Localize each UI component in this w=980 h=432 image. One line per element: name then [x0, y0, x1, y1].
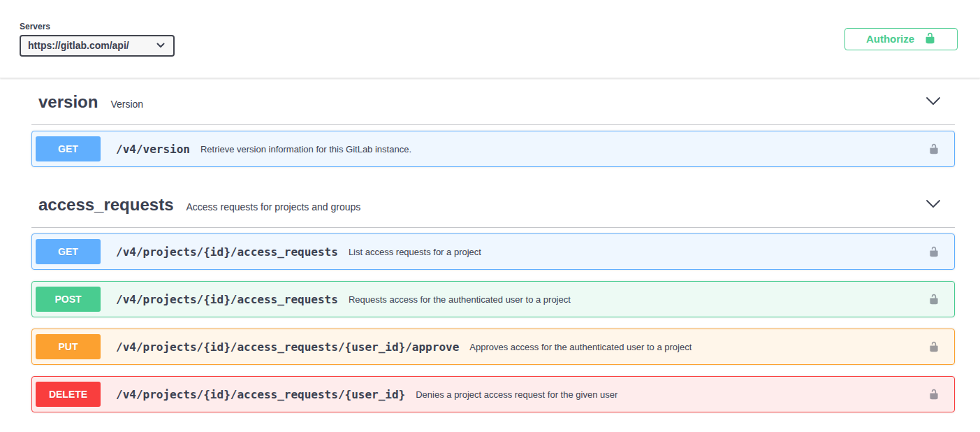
authorize-label: Authorize [866, 33, 914, 45]
chevron-down-icon[interactable] [926, 96, 941, 108]
method-badge: DELETE [36, 382, 101, 407]
tag-titles: access_requests Access requests for proj… [38, 195, 360, 215]
unlock-icon[interactable] [928, 340, 939, 353]
unlock-icon[interactable] [928, 388, 939, 401]
operation-path: /v4/version [116, 143, 190, 156]
operation-summary: Requests access for the authenticated us… [349, 294, 571, 305]
tag-titles: version Version [38, 92, 143, 112]
servers-selected-value: https://gitlab.com/api/ [28, 40, 129, 51]
operation-row[interactable]: PUT /v4/projects/{id}/access_requests/{u… [31, 329, 955, 365]
operation-summary: Denies a project access request for the … [416, 389, 617, 400]
operation-path: /v4/projects/{id}/access_requests/{user_… [116, 340, 459, 354]
operation-path: /v4/projects/{id}/access_requests [116, 293, 338, 306]
authorize-button[interactable]: Authorize [844, 28, 958, 50]
tag-description: Version [110, 99, 143, 110]
operation-summary: Retrieve version information for this Gi… [200, 144, 411, 154]
operation-summary: Approves access for the authenticated us… [469, 342, 692, 352]
method-badge: GET [36, 136, 101, 161]
method-badge: POST [36, 287, 101, 312]
unlock-icon [924, 32, 936, 46]
api-operations-list: version Version GET /v4/version Retrieve… [0, 78, 980, 412]
tag-name: access_requests [38, 195, 173, 215]
operation-summary: List access requests for a project [349, 247, 481, 257]
tag-description: Access requests for projects and groups [186, 201, 360, 213]
tag-name: version [38, 92, 98, 112]
chevron-down-icon[interactable] [926, 199, 941, 211]
scheme-container: Servers https://gitlab.com/api/ Authoriz… [0, 0, 980, 78]
chevron-down-icon [156, 43, 165, 48]
tag-header-access-requests[interactable]: access_requests Access requests for proj… [31, 178, 955, 228]
operation-row[interactable]: GET /v4/version Retrieve version informa… [31, 131, 955, 167]
operation-path: /v4/projects/{id}/access_requests [116, 245, 338, 259]
operation-row[interactable]: POST /v4/projects/{id}/access_requests R… [31, 281, 955, 317]
operation-row[interactable]: DELETE /v4/projects/{id}/access_requests… [31, 376, 955, 412]
servers-select[interactable]: https://gitlab.com/api/ [20, 35, 175, 57]
unlock-icon[interactable] [928, 293, 939, 305]
servers-label: Servers [20, 22, 175, 31]
operation-path: /v4/projects/{id}/access_requests/{user_… [116, 388, 405, 401]
tag-header-version[interactable]: version Version [31, 92, 955, 125]
unlock-icon[interactable] [928, 245, 939, 258]
operation-row[interactable]: GET /v4/projects/{id}/access_requests Li… [31, 233, 955, 270]
method-badge: GET [36, 239, 101, 264]
method-badge: PUT [36, 334, 101, 359]
unlock-icon[interactable] [928, 143, 939, 155]
servers-block: Servers https://gitlab.com/api/ [20, 22, 175, 57]
